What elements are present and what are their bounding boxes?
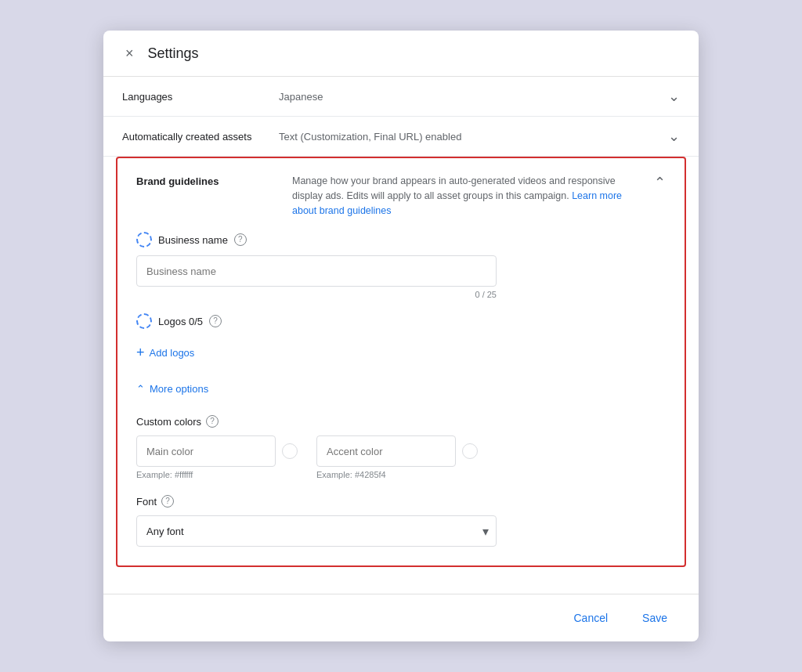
main-color-example: Example: #ffffff xyxy=(136,470,298,479)
main-color-swatch[interactable] xyxy=(282,443,298,459)
more-options-chevron-icon: ⌃ xyxy=(136,383,145,395)
brand-guidelines-section: Brand guidelines Manage how your brand a… xyxy=(116,157,686,567)
business-name-section: Business name ? 0 / 25 xyxy=(136,232,666,299)
auto-assets-label: Automatically created assets xyxy=(122,131,279,143)
accent-color-input-wrap xyxy=(316,435,478,467)
business-name-circle-icon xyxy=(136,232,152,247)
dialog-title: Settings xyxy=(148,45,199,62)
brand-guidelines-collapse-icon[interactable]: ⌃ xyxy=(654,174,666,191)
custom-colors-label-row: Custom colors ? xyxy=(136,415,666,428)
auto-assets-chevron-icon[interactable]: ⌄ xyxy=(668,128,680,145)
logos-help-icon[interactable]: ? xyxy=(209,315,222,327)
business-name-char-count: 0 / 25 xyxy=(136,290,497,299)
save-button[interactable]: Save xyxy=(630,605,680,630)
accent-color-col: Example: #4285f4 xyxy=(316,435,478,479)
auto-assets-row: Automatically created assets Text (Custo… xyxy=(103,117,699,157)
dialog-header: × Settings xyxy=(103,31,699,77)
logos-label-row: Logos 0/5 ? xyxy=(136,313,666,329)
more-options-button[interactable]: ⌃ More options xyxy=(136,378,208,399)
custom-colors-section: Custom colors ? Example: #ffffff xyxy=(136,415,666,479)
font-label-row: Font ? xyxy=(136,495,666,508)
custom-colors-help-icon[interactable]: ? xyxy=(206,415,219,428)
font-select[interactable]: Any font Arial Roboto Times New Roman xyxy=(136,515,497,547)
main-color-input[interactable] xyxy=(136,435,276,467)
color-inputs-group: Example: #ffffff Example: #4285f4 xyxy=(136,435,666,479)
logos-circle-icon xyxy=(136,313,152,329)
font-label: Font xyxy=(136,496,157,508)
brand-guidelines-content: Manage how your brand appears in auto-ge… xyxy=(292,174,629,218)
business-name-help-icon[interactable]: ? xyxy=(234,233,247,246)
dialog-body: Languages Japanese ⌄ Automatically creat… xyxy=(103,77,699,594)
close-button[interactable]: × xyxy=(122,45,137,62)
languages-chevron-icon[interactable]: ⌄ xyxy=(668,88,680,105)
accent-color-swatch[interactable] xyxy=(462,443,478,459)
main-color-input-wrap xyxy=(136,435,298,467)
accent-color-example: Example: #4285f4 xyxy=(316,470,478,479)
font-help-icon[interactable]: ? xyxy=(161,495,174,508)
auto-assets-value: Text (Customization, Final URL) enabled xyxy=(279,131,668,143)
brand-guidelines-label: Brand guidelines xyxy=(136,174,273,187)
font-select-wrap: Any font Arial Roboto Times New Roman ▾ xyxy=(136,515,497,547)
brand-description: Manage how your brand appears in auto-ge… xyxy=(292,174,629,218)
business-name-label-row: Business name ? xyxy=(136,232,666,247)
languages-label: Languages xyxy=(122,91,279,103)
custom-colors-label: Custom colors xyxy=(136,416,201,428)
logos-section: Logos 0/5 ? + Add logos xyxy=(136,313,666,366)
main-color-col: Example: #ffffff xyxy=(136,435,298,479)
font-section: Font ? Any font Arial Roboto Times New R… xyxy=(136,495,666,547)
accent-color-input[interactable] xyxy=(316,435,456,467)
cancel-button[interactable]: Cancel xyxy=(561,605,620,630)
settings-dialog: × Settings Languages Japanese ⌄ Automati… xyxy=(103,31,699,641)
plus-icon: + xyxy=(136,345,145,361)
languages-value: Japanese xyxy=(279,91,668,103)
more-options-row: ⌃ More options xyxy=(136,366,666,399)
add-logos-button[interactable]: + Add logos xyxy=(136,340,194,366)
languages-row: Languages Japanese ⌄ xyxy=(103,77,699,117)
business-name-label: Business name xyxy=(158,234,228,246)
logos-label: Logos 0/5 xyxy=(158,316,203,327)
dialog-footer: Cancel Save xyxy=(103,594,699,641)
business-name-input[interactable] xyxy=(136,255,497,287)
